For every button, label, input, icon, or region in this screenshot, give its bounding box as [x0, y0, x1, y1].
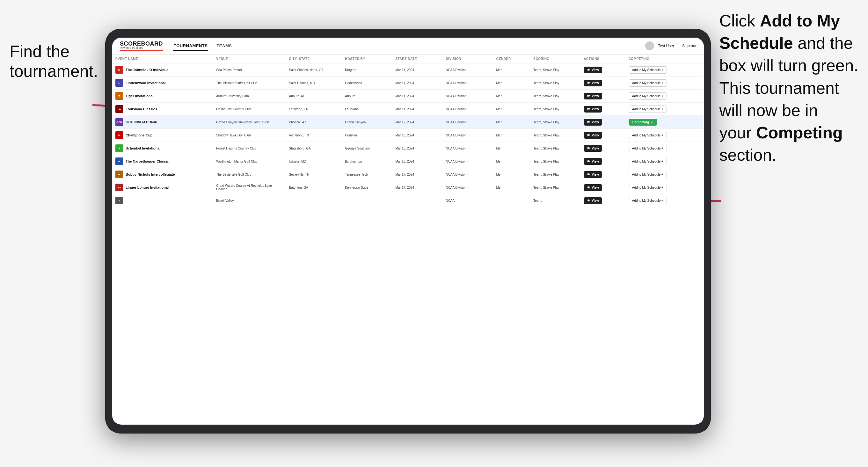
gender-cell: Men — [493, 129, 530, 142]
table-row: B Bobby Nichols Intercollegiate The Sevi… — [112, 168, 704, 181]
check-icon: ✓ — [651, 121, 653, 124]
hosted-cell — [342, 194, 392, 207]
table-body: R The Johnnie - O Individual Sea Palms R… — [112, 63, 704, 207]
view-button[interactable]: 👁 View — [584, 171, 602, 178]
venue-cell: Forest Heights Country Club — [213, 142, 286, 155]
gender-cell: Men — [493, 63, 530, 76]
competing-cell: Add to My Schedule + — [625, 129, 704, 142]
city-cell: Auburn, AL — [286, 90, 342, 103]
col-header-date: START DATE — [392, 55, 442, 63]
division-cell: NCAA Division I — [442, 155, 493, 168]
eye-icon: 👁 — [587, 68, 590, 72]
event-name: Tiger Invitational — [126, 94, 154, 98]
date-cell: Mar 15, 2024 — [392, 142, 442, 155]
view-button[interactable]: 👁 View — [584, 106, 602, 113]
view-button[interactable]: 👁 View — [584, 145, 602, 152]
add-to-schedule-button[interactable]: Add to My Schedule + — [629, 158, 667, 165]
view-button[interactable]: 👁 View — [584, 184, 602, 191]
view-button[interactable]: 👁 View — [584, 132, 602, 139]
gender-cell: Men — [493, 116, 530, 129]
team-logo: KS — [115, 184, 123, 191]
view-button[interactable]: 👁 View — [584, 119, 602, 126]
table-container: EVENT NAME VENUE CITY, STATE HOSTED BY S… — [112, 55, 704, 425]
division-cell: NCAA — [442, 194, 493, 207]
scoring-cell: Team, Stroke Play — [530, 90, 581, 103]
actions-cell: 👁 View — [581, 90, 625, 103]
competing-button[interactable]: Competing ✓ — [629, 119, 657, 126]
event-name: GCU INVITATIONAL — [126, 120, 158, 124]
header-right: Test User Sign out — [645, 41, 696, 50]
scoring-cell: Team, — [530, 194, 581, 207]
hosted-cell: Houston — [342, 129, 392, 142]
eye-icon: 👁 — [587, 199, 590, 203]
eye-icon: 👁 — [587, 186, 590, 189]
tablet-screen: SCOREBOARD Powered by clippd TOURNAMENTS… — [112, 38, 704, 425]
view-button[interactable]: 👁 View — [584, 80, 602, 86]
venue-cell: The Sevierville Golf Club — [213, 168, 286, 181]
view-button[interactable]: 👁 View — [584, 93, 602, 99]
scoring-cell: Team, Stroke Play — [530, 116, 581, 129]
view-button[interactable]: 👁 View — [584, 197, 602, 204]
add-to-schedule-button[interactable]: Add to My Schedule + — [629, 105, 667, 113]
event-name: The Carpetbagger Classic — [126, 159, 169, 163]
logo-area: SCOREBOARD Powered by clippd — [120, 41, 163, 51]
team-logo: ? — [115, 197, 123, 204]
city-cell — [286, 194, 342, 207]
competing-cell: Add to My Schedule + — [625, 63, 704, 76]
actions-cell: 👁 View — [581, 155, 625, 168]
division-cell: NCAA Division I — [442, 90, 493, 103]
venue-cell: Great Waters Course At Reynolds Lake Oco… — [213, 181, 286, 194]
venue-cell: The Missouri Bluffs Golf Club — [213, 76, 286, 90]
add-to-schedule-button[interactable]: Add to My Schedule + — [629, 66, 667, 74]
city-cell: Statesboro, GA — [286, 142, 342, 155]
competing-cell: Add to My Schedule + — [625, 168, 704, 181]
city-cell: Lafayette, LA — [286, 103, 342, 116]
add-to-schedule-button[interactable]: Add to My Schedule + — [629, 80, 667, 87]
actions-cell: 👁 View — [581, 63, 625, 76]
date-cell: Mar 16, 2024 — [392, 155, 442, 168]
table-row: B The Carpetbagger Classic Worthington M… — [112, 155, 704, 168]
hosted-cell: Kennesaw State — [342, 181, 392, 194]
add-to-schedule-button[interactable]: Add to My Schedule + — [629, 197, 667, 204]
hosted-cell: Binghamton — [342, 155, 392, 168]
add-to-schedule-button[interactable]: Add to My Schedule + — [629, 92, 667, 100]
col-header-city: CITY, STATE — [286, 55, 342, 63]
scoring-cell: Team, Stroke Play — [530, 129, 581, 142]
logo-sub: Powered by clippd — [120, 46, 163, 50]
table-header: EVENT NAME VENUE CITY, STATE HOSTED BY S… — [112, 55, 704, 63]
date-cell: Mar 12, 2024 — [392, 116, 442, 129]
competing-cell: Add to My Schedule + — [625, 155, 704, 168]
event-name: Bobby Nichols Intercollegiate — [126, 173, 175, 176]
city-cell: Saint Charles, MO — [286, 76, 342, 90]
actions-cell: 👁 View — [581, 116, 625, 129]
actions-cell: 👁 View — [581, 129, 625, 142]
tab-tournaments[interactable]: TOURNAMENTS — [173, 41, 208, 51]
add-to-schedule-button[interactable]: Add to My Schedule + — [629, 145, 667, 152]
date-cell: Mar 13, 2024 — [392, 129, 442, 142]
add-to-schedule-button[interactable]: Add to My Schedule + — [629, 171, 667, 178]
table-row: R The Johnnie - O Individual Sea Palms R… — [112, 63, 704, 76]
division-cell: NCAA Division I — [442, 76, 493, 90]
view-button[interactable]: 👁 View — [584, 67, 602, 73]
gender-cell: Men — [493, 155, 530, 168]
add-to-schedule-button[interactable]: Add to My Schedule + — [629, 184, 667, 191]
actions-cell: 👁 View — [581, 168, 625, 181]
hosted-cell: Tennessee Tech — [342, 168, 392, 181]
competing-cell: Competing ✓ — [625, 116, 704, 129]
division-cell: NCAA Division I — [442, 168, 493, 181]
logo-bar — [120, 50, 163, 51]
date-cell: Mar 17, 2024 — [392, 181, 442, 194]
hosted-cell: Louisiana — [342, 103, 392, 116]
avatar — [645, 41, 654, 50]
competing-cell: Add to My Schedule + — [625, 76, 704, 90]
view-button[interactable]: 👁 View — [584, 158, 602, 165]
col-header-gender: GENDER — [493, 55, 530, 63]
competing-cell: Add to My Schedule + — [625, 90, 704, 103]
table-row: ? Brook ValleyNCAATeam, 👁 View Add to My… — [112, 194, 704, 207]
tab-teams[interactable]: TEAMS — [216, 41, 232, 51]
add-to-schedule-button[interactable]: Add to My Schedule + — [629, 132, 667, 139]
event-name-cell: L Lindenwood Invitational — [115, 79, 210, 87]
signout-link[interactable]: Sign out — [682, 44, 696, 48]
gender-cell: Men — [493, 76, 530, 90]
col-header-hosted: HOSTED BY — [342, 55, 392, 63]
